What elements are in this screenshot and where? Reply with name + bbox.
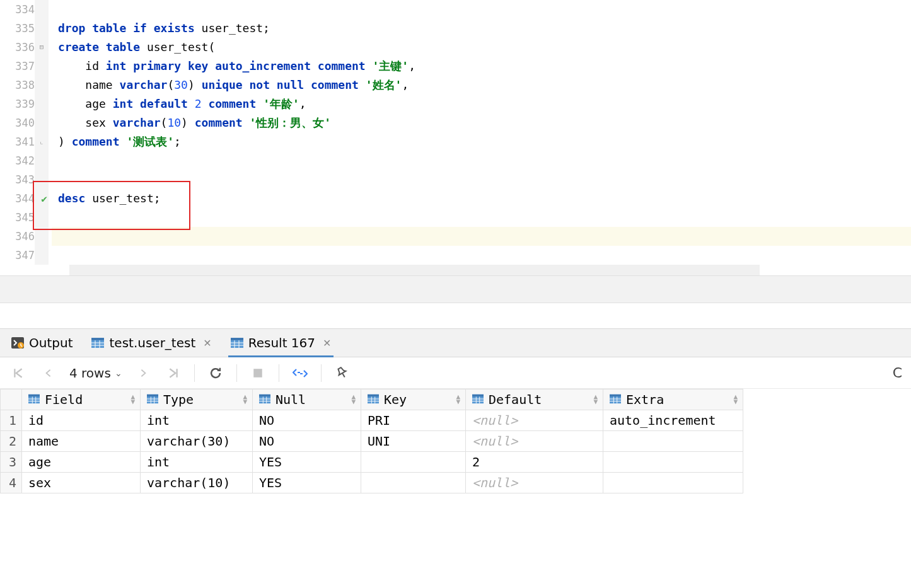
- sort-icon[interactable]: ▲▼: [351, 395, 356, 405]
- cell[interactable]: name: [22, 431, 141, 452]
- fold-collapse-icon[interactable]: ⊟: [35, 43, 49, 51]
- column-header-type[interactable]: Type▲▼: [141, 389, 253, 410]
- code-line[interactable]: id int primary key auto_increment commen…: [52, 57, 911, 76]
- column-label: Field: [45, 392, 83, 407]
- cell[interactable]: UNI: [361, 431, 466, 452]
- svg-rect-3: [91, 338, 104, 340]
- tab-result[interactable]: Result 167✕: [228, 329, 334, 357]
- line-number[interactable]: 345: [0, 208, 35, 227]
- next-page-button[interactable]: [134, 364, 153, 383]
- code-line[interactable]: [52, 0, 911, 19]
- line-number[interactable]: 338: [0, 76, 35, 95]
- code-line[interactable]: [52, 246, 911, 265]
- code-line[interactable]: age int default 2 comment '年龄',: [52, 95, 911, 113]
- compare-button[interactable]: [291, 364, 310, 383]
- code-line[interactable]: sex varchar(10) comment '性别：男、女': [52, 113, 911, 132]
- close-icon[interactable]: ✕: [323, 337, 331, 349]
- code-line[interactable]: create table user_test(: [52, 38, 911, 57]
- fold-end-icon[interactable]: ⌞: [35, 137, 49, 146]
- cell[interactable]: varchar(10): [141, 473, 253, 493]
- cell[interactable]: auto_increment: [603, 410, 743, 431]
- cell[interactable]: varchar(30): [141, 431, 253, 452]
- row-count-dropdown[interactable]: 4 rows ⌄: [69, 366, 122, 381]
- cell[interactable]: [603, 452, 743, 473]
- column-label: Key: [384, 392, 407, 407]
- table-row[interactable]: 1idintNOPRI<null>auto_increment: [1, 410, 743, 431]
- prev-page-button[interactable]: [39, 364, 58, 383]
- column-header-key[interactable]: Key▲▼: [361, 389, 466, 410]
- column-header-null[interactable]: Null▲▼: [253, 389, 361, 410]
- line-number[interactable]: 341: [0, 132, 35, 151]
- pin-button[interactable]: [333, 364, 352, 383]
- cell[interactable]: NO: [253, 410, 361, 431]
- reload-button[interactable]: [206, 364, 225, 383]
- tab-user_test[interactable]: test.user_test✕: [89, 329, 214, 357]
- sort-icon[interactable]: ▲▼: [593, 395, 598, 405]
- code-editor[interactable]: ⊟⌞✔ 334335336337338339340341342343344345…: [0, 0, 911, 265]
- table-row[interactable]: 3ageintYES2: [1, 452, 743, 473]
- editor-horizontal-scrollbar[interactable]: [69, 265, 760, 275]
- code-line[interactable]: name varchar(30) unique not null comment…: [52, 76, 911, 95]
- cell[interactable]: <null>: [466, 410, 603, 431]
- code-line[interactable]: drop table if exists user_test;: [52, 19, 911, 38]
- cell[interactable]: [603, 431, 743, 452]
- column-header-default[interactable]: Default▲▼: [466, 389, 603, 410]
- row-number[interactable]: 1: [1, 410, 22, 431]
- last-page-button[interactable]: [164, 364, 183, 383]
- cell[interactable]: [361, 473, 466, 493]
- sort-icon[interactable]: ▲▼: [733, 395, 738, 405]
- cell[interactable]: [603, 473, 743, 493]
- sort-icon[interactable]: ▲▼: [456, 395, 460, 405]
- table-row[interactable]: 4sexvarchar(10)YES<null>: [1, 473, 743, 493]
- sort-icon[interactable]: ▲▼: [131, 395, 135, 405]
- code-line[interactable]: ) comment '测试表';: [52, 132, 911, 151]
- line-number[interactable]: 347: [0, 246, 35, 265]
- cell[interactable]: YES: [253, 452, 361, 473]
- cell[interactable]: age: [22, 452, 141, 473]
- grid-corner[interactable]: [1, 389, 22, 410]
- row-number[interactable]: 2: [1, 431, 22, 452]
- code-area[interactable]: drop table if exists user_test;create ta…: [49, 0, 911, 265]
- line-number[interactable]: 340: [0, 113, 35, 132]
- cell[interactable]: int: [141, 410, 253, 431]
- row-number[interactable]: 3: [1, 452, 22, 473]
- column-header-field[interactable]: Field▲▼: [22, 389, 141, 410]
- tab-output[interactable]: Output: [9, 329, 75, 357]
- table-row[interactable]: 2namevarchar(30)NOUNI<null>: [1, 431, 743, 452]
- code-line[interactable]: [52, 227, 911, 246]
- stop-button[interactable]: [248, 364, 267, 383]
- cell[interactable]: <null>: [466, 431, 603, 452]
- code-line[interactable]: [52, 170, 911, 189]
- line-number[interactable]: 339: [0, 95, 35, 113]
- line-number[interactable]: 337: [0, 57, 35, 76]
- line-number[interactable]: 346: [0, 227, 35, 246]
- first-page-button[interactable]: [9, 364, 28, 383]
- line-number[interactable]: 343: [0, 170, 35, 189]
- code-line[interactable]: desc user_test;: [52, 189, 911, 208]
- fold-strip[interactable]: ⊟⌞✔: [35, 0, 49, 265]
- line-number[interactable]: 334: [0, 0, 35, 19]
- sort-icon[interactable]: ▲▼: [243, 395, 247, 405]
- line-number-gutter[interactable]: ⊟⌞✔ 334335336337338339340341342343344345…: [0, 0, 49, 265]
- line-number[interactable]: 336: [0, 38, 35, 57]
- cell[interactable]: 2: [466, 452, 603, 473]
- cell[interactable]: YES: [253, 473, 361, 493]
- result-grid-wrapper[interactable]: Field▲▼Type▲▼Null▲▼Key▲▼Default▲▼Extra▲▼…: [0, 389, 911, 493]
- cell[interactable]: id: [22, 410, 141, 431]
- result-grid[interactable]: Field▲▼Type▲▼Null▲▼Key▲▼Default▲▼Extra▲▼…: [0, 389, 743, 493]
- line-number[interactable]: 344: [0, 189, 35, 208]
- line-number[interactable]: 342: [0, 151, 35, 170]
- cell[interactable]: NO: [253, 431, 361, 452]
- row-number[interactable]: 4: [1, 473, 22, 493]
- code-line[interactable]: [52, 151, 911, 170]
- panel-divider[interactable]: [0, 275, 911, 303]
- code-line[interactable]: [52, 208, 911, 227]
- line-number[interactable]: 335: [0, 19, 35, 38]
- cell[interactable]: sex: [22, 473, 141, 493]
- cell[interactable]: int: [141, 452, 253, 473]
- cell[interactable]: PRI: [361, 410, 466, 431]
- cell[interactable]: <null>: [466, 473, 603, 493]
- close-icon[interactable]: ✕: [203, 337, 211, 349]
- column-header-extra[interactable]: Extra▲▼: [603, 389, 743, 410]
- cell[interactable]: [361, 452, 466, 473]
